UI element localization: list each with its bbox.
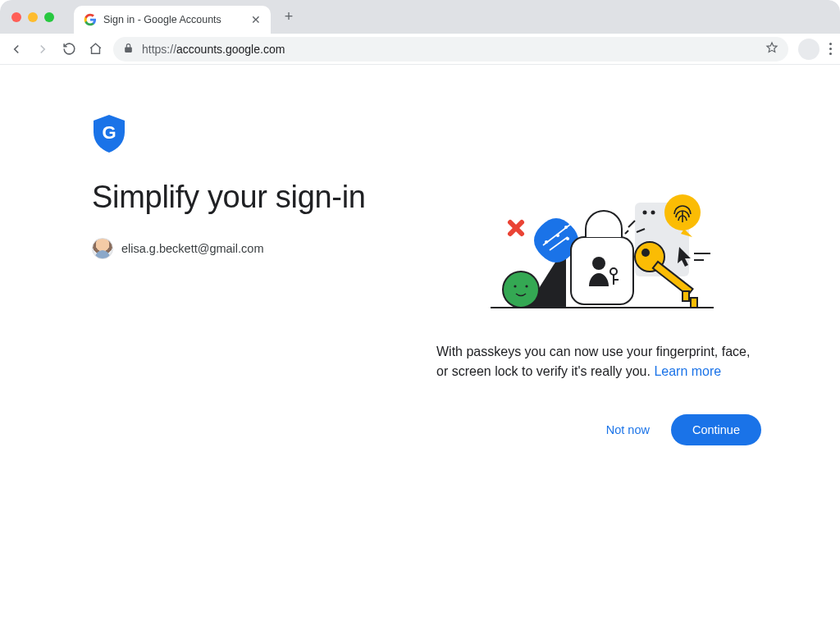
svg-point-3 (643, 211, 647, 215)
reload-button[interactable] (61, 41, 77, 57)
svg-rect-18 (571, 237, 633, 304)
svg-rect-29 (682, 291, 689, 301)
minimize-window-button[interactable] (28, 12, 38, 22)
left-column: G Simplify your sign-in elisa.g.beckett@… (92, 114, 420, 445)
account-avatar-icon (92, 238, 113, 259)
tab-title: Sign in - Google Accounts (103, 14, 244, 25)
svg-rect-30 (691, 298, 697, 308)
svg-point-15 (564, 226, 568, 229)
svg-point-27 (641, 249, 650, 257)
back-button[interactable] (8, 41, 25, 57)
account-chip[interactable]: elisa.g.beckett@gmail.com (92, 238, 420, 259)
page-heading: Simplify your sign-in (92, 180, 420, 215)
browser-toolbar: https://accounts.google.com (0, 34, 840, 65)
address-bar[interactable]: https://accounts.google.com (113, 37, 788, 62)
browser-menu-button[interactable] (829, 43, 832, 55)
svg-point-14 (545, 240, 548, 244)
account-email: elisa.g.beckett@gmail.com (121, 242, 263, 255)
not-now-button[interactable]: Not now (591, 415, 664, 445)
close-tab-icon[interactable]: ✕ (251, 13, 261, 26)
svg-line-25 (625, 231, 628, 234)
svg-point-17 (566, 237, 569, 240)
bookmark-star-icon[interactable] (765, 41, 778, 57)
lock-icon (123, 43, 134, 56)
new-tab-button[interactable]: + (277, 6, 300, 29)
home-button[interactable] (87, 41, 103, 57)
close-window-button[interactable] (11, 12, 21, 22)
google-shield-icon: G (92, 114, 420, 157)
learn-more-link[interactable]: Learn more (654, 364, 721, 378)
svg-point-9 (525, 285, 527, 287)
url-text: https://accounts.google.com (142, 43, 285, 56)
description-text: With passkeys you can now use your finge… (436, 342, 761, 381)
titlebar: Sign in - Google Accounts ✕ + (0, 0, 840, 34)
browser-tab[interactable]: Sign in - Google Accounts ✕ (74, 6, 271, 34)
svg-point-16 (556, 234, 559, 237)
browser-chrome: Sign in - Google Accounts ✕ + https://ac… (0, 0, 840, 65)
svg-point-19 (592, 257, 605, 270)
passkey-illustration (476, 186, 722, 317)
profile-avatar-button[interactable] (798, 39, 819, 60)
page-content: G Simplify your sign-in elisa.g.beckett@… (0, 65, 840, 445)
svg-line-23 (628, 221, 635, 227)
forward-button[interactable] (34, 41, 51, 57)
svg-text:G: G (102, 122, 116, 143)
continue-button[interactable]: Continue (671, 414, 761, 445)
action-row: Not now Continue (436, 414, 761, 445)
right-column: With passkeys you can now use your finge… (436, 114, 761, 445)
maximize-window-button[interactable] (44, 12, 54, 22)
svg-point-4 (651, 211, 655, 215)
window-controls (11, 12, 54, 22)
google-favicon-icon (84, 13, 97, 26)
svg-point-8 (514, 285, 516, 287)
